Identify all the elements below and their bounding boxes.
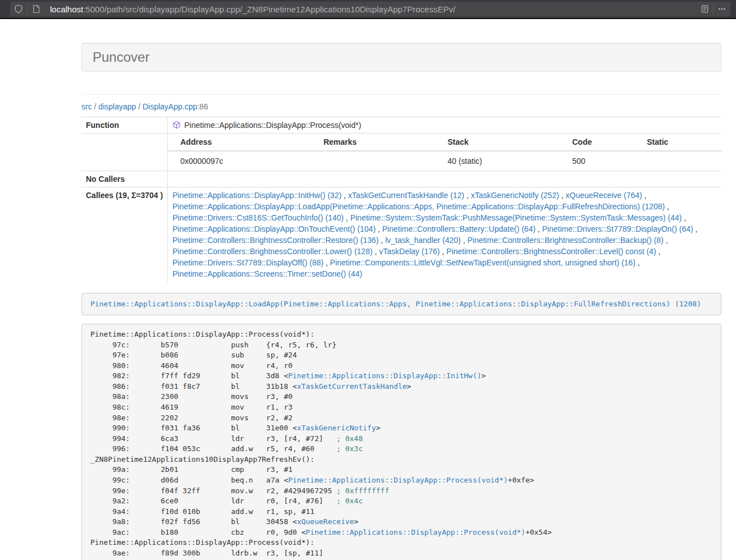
asm-text: 9a2: 6ce0 ldr r0, [r4, #76] xyxy=(90,497,336,505)
callee-link[interactable]: Pinetime::Applications::DisplayApp::Load… xyxy=(172,202,665,211)
asm-text: 980: 4604 mov r4, r0 xyxy=(90,361,292,370)
asm-text: 99e: f04f 32ff mov.w r2, #4294967295 xyxy=(90,486,336,495)
callee-link[interactable]: Pinetime::System::SystemTask::PushMessag… xyxy=(350,213,682,222)
breadcrumb-separator: / xyxy=(92,102,99,111)
asm-text: Pinetime::Applications::DisplayApp::Proc… xyxy=(90,330,314,338)
metrics-cell: Address Remarks Stack Code Static 0x0000… xyxy=(168,134,721,171)
asm-symbol-link[interactable]: Pinetime::Applications::DisplayApp::Init… xyxy=(288,371,481,380)
column-static: Static xyxy=(634,134,721,151)
asm-symbol-link[interactable]: xQueueReceive xyxy=(297,517,354,526)
callee-link[interactable]: vTaskDelay (176) xyxy=(379,247,440,256)
callee-link[interactable]: Pinetime::Drivers::St7789::DisplayOff() … xyxy=(172,258,323,267)
callee-link[interactable]: Pinetime::Drivers::St7789::DisplayOn() (… xyxy=(542,224,693,233)
empty-label xyxy=(81,134,168,171)
asm-text: 98c: 4619 mov r1, r3 xyxy=(90,403,292,411)
highlighted-callee-link[interactable]: Pinetime::Applications::DisplayApp::Load… xyxy=(90,300,701,308)
callee-separator: , xyxy=(665,202,669,211)
callee-separator: , xyxy=(559,191,566,200)
callees-label: Callees (19, Σ=3704 ) xyxy=(81,187,168,282)
function-name: Pinetime::Applications::DisplayApp::Proc… xyxy=(184,121,361,130)
asm-comment: ; 0x48 xyxy=(336,434,363,443)
callee-link[interactable]: Pinetime::Controllers::BrightnessControl… xyxy=(467,236,663,245)
callee-link[interactable]: xQueueReceive (764) xyxy=(566,191,642,200)
asm-symbol-link[interactable]: xTaskGetCurrentTaskHandle xyxy=(297,382,407,391)
callee-link[interactable]: Pinetime::Components::LittleVgl::SetNewT… xyxy=(330,258,636,267)
column-stack: Stack xyxy=(435,134,560,151)
asm-text: 9ae: f89d 300b ldrb.w r3, [sp, #11] xyxy=(90,549,323,557)
function-name-cell: Pinetime::Applications::DisplayApp::Proc… xyxy=(168,117,721,134)
package-icon xyxy=(172,121,181,129)
asm-text: +0x54> xyxy=(525,528,552,536)
asm-comment: ; 0xffffffff xyxy=(336,486,389,495)
asm-text: > xyxy=(482,371,486,380)
callee-link[interactable]: Pinetime::Applications::DisplayApp::OnTo… xyxy=(172,224,376,233)
asm-comment: ; 0x3c xyxy=(336,444,363,453)
asm-text: 9a8: f02f fd56 bl 30458 < xyxy=(90,517,297,526)
page-actions-ellipsis-icon[interactable] xyxy=(714,2,730,16)
callee-link[interactable]: Pinetime::Controllers::BrightnessControl… xyxy=(172,247,372,256)
callee-link[interactable]: xTaskGenericNotify (252) xyxy=(471,191,559,200)
metrics-header-row: Address Remarks Stack Code Static xyxy=(168,134,721,151)
url-bar[interactable]: localhost:5000/path/src/displayapp/Displ… xyxy=(10,2,730,16)
breadcrumb-link[interactable]: src xyxy=(81,102,92,111)
tracking-protection-shield-icon[interactable] xyxy=(10,2,27,16)
asm-text: Pinetime::Applications::DisplayApp::Proc… xyxy=(90,538,314,547)
asm-text: 982: f7ff fd29 bl 3d8 < xyxy=(90,371,288,380)
callee-separator: , xyxy=(376,224,382,233)
url-text[interactable]: localhost:5000/path/src/displayapp/Displ… xyxy=(50,4,696,14)
url-path: :5000/path/src/displayapp/DisplayApp.cpp… xyxy=(83,4,455,14)
callee-separator: , xyxy=(664,236,668,245)
function-label: Function xyxy=(81,117,168,134)
breadcrumb-link[interactable]: DisplayApp.cpp xyxy=(143,102,197,111)
asm-text: 98e: 2202 movs r2, #2 xyxy=(90,414,292,422)
page-info-icon[interactable] xyxy=(28,2,44,16)
asm-symbol-link[interactable]: Pinetime::Applications::DisplayApp::Proc… xyxy=(306,528,525,536)
page-title: Puncover xyxy=(93,49,710,66)
asm-text: _ZN8Pinetime12Applications10DisplayApp7R… xyxy=(90,455,314,463)
metrics-table: Address Remarks Stack Code Static 0x0000… xyxy=(168,134,721,171)
asm-symbol-link[interactable]: Pinetime::Applications::DisplayApp::Proc… xyxy=(288,476,508,484)
asm-text: 996: f104 053c add.w r5, r4, #60 xyxy=(90,444,336,453)
asm-text: > xyxy=(407,382,412,391)
callee-separator: , xyxy=(536,224,542,233)
asm-text: > xyxy=(354,517,359,526)
column-code: Code xyxy=(560,134,634,151)
callee-separator: , xyxy=(373,247,380,256)
asm-symbol-link[interactable]: xTaskGenericNotify xyxy=(297,424,376,432)
callee-link[interactable]: Pinetime::Controllers::Battery::Update()… xyxy=(382,224,536,233)
static-value xyxy=(634,151,721,171)
breadcrumb-link[interactable]: displayapp xyxy=(98,102,136,111)
callee-separator: , xyxy=(693,224,698,233)
callee-separator: , xyxy=(323,258,330,267)
breadcrumb: src / displayapp / DisplayApp.cpp:86 xyxy=(81,101,721,112)
address-value: 0x0000097c xyxy=(168,151,311,171)
callee-link[interactable]: Pinetime::Applications::Screens::Timer::… xyxy=(172,269,362,278)
table-row-callees: Callees (19, Σ=3704 ) Pinetime::Applicat… xyxy=(81,187,721,282)
callee-link[interactable]: Pinetime::Drivers::Cst816S::GetTouchInfo… xyxy=(172,213,344,222)
table-row-metrics: Address Remarks Stack Code Static 0x0000… xyxy=(81,134,721,171)
callee-separator: , xyxy=(656,247,661,256)
callee-separator: , xyxy=(464,191,471,200)
asm-text: 9ac: b180 cbz r0, 9d0 < xyxy=(90,528,306,536)
highlighted-callee-box: Pinetime::Applications::DisplayApp::Load… xyxy=(81,293,721,315)
app-header: Puncover xyxy=(81,43,721,72)
callee-link[interactable]: Pinetime::Controllers::BrightnessControl… xyxy=(446,247,656,256)
callee-link[interactable]: lv_task_handler (420) xyxy=(385,236,461,245)
asm-text: 99a: 2b01 cmp r3, #1 xyxy=(90,465,292,474)
callee-separator: , xyxy=(341,191,348,200)
callee-link[interactable]: xTaskGetCurrentTaskHandle (12) xyxy=(348,191,464,200)
callee-link[interactable]: Pinetime::Applications::DisplayApp::Init… xyxy=(172,191,341,200)
callee-separator: , xyxy=(636,258,640,267)
asm-text: +0xfe> xyxy=(508,476,534,484)
metrics-data-row: 0x0000097c 40 (static) 500 xyxy=(168,151,721,171)
asm-text: 990: f031 fa36 bl 31e00 < xyxy=(90,424,297,432)
reader-view-icon[interactable] xyxy=(696,2,713,16)
callee-link[interactable]: Pinetime::Controllers::BrightnessControl… xyxy=(172,236,378,245)
url-host: localhost xyxy=(50,4,83,14)
no-callers-label: No Callers xyxy=(81,171,168,187)
column-address: Address xyxy=(168,134,311,151)
table-row-no-callers: No Callers xyxy=(81,171,721,187)
callee-separator: , xyxy=(344,213,350,222)
callees-cell: Pinetime::Applications::DisplayApp::Init… xyxy=(168,187,721,282)
asm-text: 986: f031 f8c7 bl 31b18 < xyxy=(90,382,297,391)
